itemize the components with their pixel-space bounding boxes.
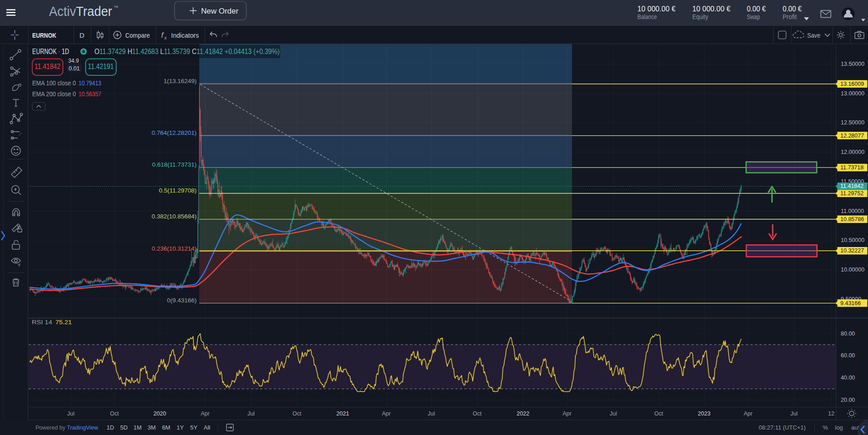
svg-text:10.00000: 10.00000 <box>841 267 864 273</box>
svg-text:0.00 €: 0.00 € <box>783 5 802 13</box>
svg-text:13.16009: 13.16009 <box>840 81 864 87</box>
svg-text:Apr: Apr <box>562 410 571 417</box>
svg-text:20.00: 20.00 <box>841 397 855 403</box>
svg-text:New Order: New Order <box>201 7 239 15</box>
svg-text:08:27:11 (UTC+1): 08:27:11 (UTC+1) <box>759 424 805 431</box>
svg-text:Oct: Oct <box>654 410 663 417</box>
svg-text:10.32227: 10.32227 <box>840 247 864 254</box>
svg-text:10.79413: 10.79413 <box>79 79 101 87</box>
svg-text:0.5(11.29708): 0.5(11.29708) <box>159 187 197 194</box>
svg-text:Jul: Jul <box>790 410 798 417</box>
svg-text:Jul: Jul <box>247 410 255 417</box>
svg-text:EMA 100 close 0: EMA 100 close 0 <box>32 79 76 87</box>
svg-text:f: f <box>161 31 164 40</box>
svg-text:13.00000: 13.00000 <box>841 90 864 97</box>
svg-text:EMA 200 close 0: EMA 200 close 0 <box>32 90 76 98</box>
svg-text:0.236(10.31214): 0.236(10.31214) <box>152 245 197 252</box>
svg-text:10.50000: 10.50000 <box>841 237 864 243</box>
svg-text:0.382(10.85684): 0.382(10.85684) <box>152 213 197 220</box>
svg-text:Apr: Apr <box>201 410 209 417</box>
svg-text:Jul: Jul <box>610 410 617 417</box>
svg-text:Indicators: Indicators <box>171 31 199 39</box>
svg-text:Oct: Oct <box>473 410 482 417</box>
svg-text:D: D <box>79 31 84 39</box>
svg-text:10 000.00 €: 10 000.00 € <box>692 5 730 13</box>
svg-text:Profit: Profit <box>783 13 797 20</box>
svg-text:80.00: 80.00 <box>841 331 855 337</box>
svg-text:RSI 14: RSI 14 <box>32 319 52 326</box>
svg-text:0.00 €: 0.00 € <box>747 5 766 13</box>
svg-text:O11.37429 H11.42683 L11.35739: O11.37429 H11.42683 L11.35739 C11.41842 … <box>94 47 280 55</box>
svg-text:x: x <box>164 35 167 40</box>
svg-text:10.85786: 10.85786 <box>840 216 864 222</box>
svg-text:Oct: Oct <box>292 410 301 417</box>
svg-text:EURNOK: EURNOK <box>32 32 56 39</box>
svg-text:Swap: Swap <box>747 13 760 20</box>
svg-text:13.50000: 13.50000 <box>841 61 864 67</box>
svg-text:11.00000: 11.00000 <box>841 208 864 214</box>
svg-text:75.21: 75.21 <box>55 319 72 326</box>
svg-text:Balance: Balance <box>637 13 657 20</box>
svg-text:11.41842: 11.41842 <box>840 183 863 189</box>
svg-text:0.618(11.73731): 0.618(11.73731) <box>152 161 197 168</box>
svg-text:EURNOK · 1D: EURNOK · 1D <box>32 47 69 56</box>
svg-text:9.43166: 9.43166 <box>840 300 861 306</box>
svg-text:12: 12 <box>828 410 834 417</box>
svg-text:Powered by TradingView: Powered by TradingView <box>35 425 99 431</box>
svg-text:2020: 2020 <box>153 410 166 417</box>
svg-text:60.00: 60.00 <box>841 352 855 359</box>
svg-text:Save: Save <box>807 31 820 39</box>
svg-text:11.41842: 11.41842 <box>35 63 60 70</box>
svg-text:Jul: Jul <box>67 410 74 417</box>
svg-text:%: % <box>823 424 828 431</box>
svg-text:Oct: Oct <box>110 410 119 417</box>
svg-text:0(9.43166): 0(9.43166) <box>167 297 197 304</box>
svg-text:0.764(12.28201): 0.764(12.28201) <box>152 129 197 136</box>
svg-text:2023: 2023 <box>698 410 710 417</box>
svg-text:34.9: 34.9 <box>68 58 79 64</box>
svg-text:2022: 2022 <box>517 410 529 417</box>
svg-text:10.56357: 10.56357 <box>79 90 101 98</box>
svg-text:11.42191: 11.42191 <box>88 63 114 70</box>
svg-text:40.00: 40.00 <box>841 375 855 381</box>
svg-text:12.50000: 12.50000 <box>841 119 864 126</box>
svg-text:Compare: Compare <box>125 31 150 39</box>
svg-text:12.28077: 12.28077 <box>840 133 864 139</box>
svg-text:™: ™ <box>113 5 118 10</box>
svg-text:0.01: 0.01 <box>69 65 79 72</box>
svg-text:Jul: Jul <box>428 410 435 417</box>
svg-text:ActivTrader: ActivTrader <box>49 4 112 19</box>
svg-text:11.73718: 11.73718 <box>840 164 863 171</box>
svg-text:11.29752: 11.29752 <box>840 190 863 197</box>
svg-text:10 000.00 €: 10 000.00 € <box>637 5 676 13</box>
svg-text:Equity: Equity <box>692 13 708 20</box>
svg-text:Apr: Apr <box>382 410 390 417</box>
svg-text:Apr: Apr <box>744 410 752 417</box>
svg-text:12.00000: 12.00000 <box>841 149 864 155</box>
svg-text:2021: 2021 <box>336 410 349 417</box>
